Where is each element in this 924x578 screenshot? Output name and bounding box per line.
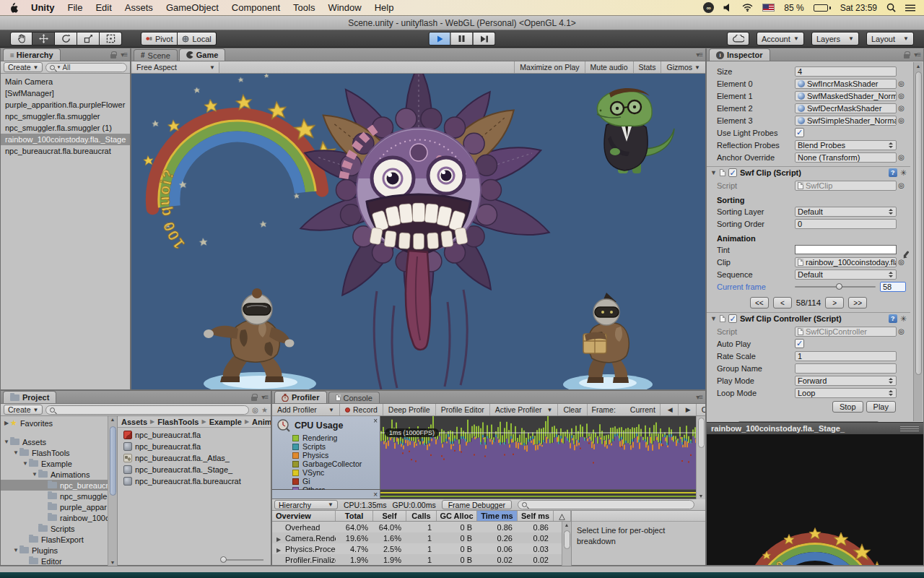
foldout-arrow[interactable]: ▼ (710, 315, 717, 322)
project-search-input[interactable] (45, 405, 249, 415)
close-module-icon[interactable]: × (373, 491, 378, 499)
hierarchy-item[interactable]: purple_apparition.fla.purpleFlower (1, 99, 130, 111)
column-header-calls[interactable]: Calls (406, 511, 437, 521)
swf-clip-controller-header[interactable]: ▼ ✓ Swf Clip Controller (Script) ? ✳ (707, 312, 910, 324)
current-frame-input[interactable]: 58 (880, 282, 906, 292)
legend-item[interactable]: GarbageCollector (292, 460, 377, 468)
breadcrumb-item[interactable]: FlashTools (157, 418, 199, 426)
tab-scene[interactable]: #Scene (134, 49, 178, 61)
project-tree-item[interactable]: Editor (1, 556, 108, 566)
file-row[interactable]: npc_bureaucrat.fla.bureaucrat (118, 475, 271, 487)
legend-item[interactable]: Gi (292, 477, 377, 486)
tab-project[interactable]: Project (3, 391, 56, 403)
legend-item[interactable]: VSync (292, 468, 377, 477)
file-row[interactable]: npc_bureaucrat.fla._Stage_ (118, 464, 271, 475)
column-header-name[interactable]: Overview (272, 511, 336, 521)
lock-icon[interactable] (251, 397, 257, 401)
loop-mode-dropdown[interactable]: Loop (795, 388, 897, 398)
project-tree-item[interactable]: ▶★Favorites (1, 418, 108, 428)
foldout-arrow[interactable]: ▼ (31, 471, 38, 478)
column-header-gc[interactable]: GC Alloc (437, 511, 477, 521)
close-module-icon[interactable]: × (373, 417, 378, 425)
profiler-scrollbar[interactable]: ▼ (696, 416, 705, 499)
project-tree-item[interactable]: ▼Example (1, 458, 108, 469)
project-tree-item[interactable]: ▼Animations (1, 469, 108, 480)
project-tree-scrollbar[interactable]: ▲▼ (108, 416, 117, 566)
legend-item[interactable]: Physics (292, 451, 377, 460)
active-profiler-dropdown[interactable]: Active Profiler▼ (490, 404, 559, 415)
scale-tool-button[interactable] (77, 32, 100, 46)
column-header-self[interactable]: Self (373, 511, 406, 521)
profiler-row[interactable]: Physics.Processing▶4.7%2.5%10 B0.060.03 (272, 543, 571, 554)
file-row[interactable]: npc_bureaucrat.fla._Atlas_ (118, 452, 271, 464)
current-frame-button[interactable]: Cu (697, 404, 705, 415)
tab-hierarchy[interactable]: ≡Hierarchy (3, 48, 61, 61)
project-tree-item[interactable]: ▼FlashTools (1, 447, 108, 458)
pivot-toggle-button[interactable]: Pivot (141, 32, 178, 46)
lock-icon[interactable] (110, 54, 116, 59)
auto-play-checkbox[interactable]: ✓ (795, 339, 804, 348)
panel-menu-icon[interactable]: ▾≡ (914, 51, 920, 59)
game-viewport[interactable]: 100 quoi? (131, 74, 705, 389)
menu-item-help[interactable]: Help (375, 2, 394, 13)
help-icon[interactable]: ? (889, 314, 897, 323)
layers-dropdown[interactable]: Layers▼ (811, 32, 859, 46)
breadcrumb-item[interactable]: Example (209, 418, 242, 426)
project-tree-item[interactable]: purple_appar (1, 501, 108, 512)
tab-profiler[interactable]: Profiler (274, 391, 327, 403)
profiler-row[interactable]: Camera.Render▶19.6%1.6%10 B0.260.02 (272, 532, 571, 543)
foldout-arrow[interactable]: ▼ (710, 169, 717, 176)
tab-console[interactable]: Console (328, 392, 380, 403)
cloud-button[interactable] (727, 32, 749, 46)
swf-clip-header[interactable]: ▼ ✓ Swf Clip (Script) ? ✳ (707, 166, 910, 178)
rate-scale-field[interactable]: 1 (795, 351, 897, 361)
tab-inspector[interactable]: i Inspector (709, 48, 770, 61)
help-icon[interactable]: ? (889, 168, 897, 177)
preview-drag-handle[interactable] (900, 426, 919, 431)
move-tool-button[interactable] (32, 32, 55, 46)
view-mode-dropdown[interactable]: Hierarchy▼ (274, 500, 338, 509)
profiler-row[interactable]: Profiler.FinalizeAndSend1.9%1.9%10 B0.02… (272, 554, 571, 565)
gear-icon[interactable]: ✳ (900, 314, 907, 324)
shader-object-field[interactable]: SwfIncrMaskShader (795, 79, 897, 89)
menu-item-edit[interactable]: Edit (95, 2, 111, 13)
first-frame-button[interactable]: << (750, 297, 769, 309)
foldout-arrow[interactable]: ▶ (3, 420, 10, 426)
foldout-arrow[interactable]: ▼ (22, 460, 29, 467)
hierarchy-item[interactable]: npc_smuggler.fla.smuggler (1, 111, 130, 122)
script-field[interactable]: SwfClip (795, 181, 897, 191)
shader-object-field[interactable]: SwfDecrMaskShader (795, 103, 897, 113)
current-frame-slider[interactable] (795, 282, 876, 291)
column-header-time[interactable]: Time ms (477, 511, 518, 521)
clear-button[interactable]: Clear (558, 404, 587, 415)
legend-item[interactable]: Rendering (292, 434, 377, 442)
sequence-dropdown[interactable]: Default (795, 269, 897, 280)
project-tree-item[interactable]: FlashExport (1, 534, 108, 545)
hierarchy-item[interactable]: npc_bureaucrat.fla.bureaucrat (1, 145, 130, 157)
play-button[interactable] (429, 32, 451, 46)
game-button-maximize-on-play[interactable]: Maximize on Play (514, 61, 584, 73)
use-light-probes-checkbox[interactable]: ✓ (795, 128, 804, 137)
menu-item-assets[interactable]: Assets (125, 2, 153, 13)
hierarchy-item[interactable]: Main Camera (1, 76, 130, 87)
search-by-type-icon[interactable]: ◎ (252, 406, 258, 414)
object-picker-icon[interactable]: ◎ (897, 92, 906, 100)
thumbnail-zoom-slider[interactable] (118, 554, 271, 566)
foldout-arrow[interactable]: ▼ (12, 547, 19, 553)
breadcrumb-item[interactable]: Animati (252, 418, 271, 426)
lock-icon[interactable] (904, 54, 910, 59)
project-tree-item[interactable]: ▼Plugins (1, 545, 108, 556)
menu-item-gameobject[interactable]: GameObject (166, 2, 219, 13)
sorting-layer-dropdown[interactable]: Default (795, 207, 897, 217)
hierarchy-item[interactable]: rainbow_100coinstoday.fla._Stage (1, 134, 130, 145)
volume-icon[interactable] (723, 4, 733, 12)
step-button[interactable] (474, 32, 496, 46)
breadcrumb-item[interactable]: Assets (121, 418, 147, 426)
search-by-label-icon[interactable]: ★ (261, 406, 268, 414)
expand-arrow-icon[interactable]: ▶ (276, 547, 281, 553)
project-tree-item[interactable]: npc_bureaucr (1, 480, 108, 491)
play-mode-dropdown[interactable]: Forward (795, 376, 897, 386)
hand-tool-button[interactable] (10, 32, 32, 46)
add-profiler-dropdown[interactable]: Add Profiler▼ (272, 404, 340, 415)
reflection-probes-dropdown[interactable]: Blend Probes (795, 140, 897, 150)
